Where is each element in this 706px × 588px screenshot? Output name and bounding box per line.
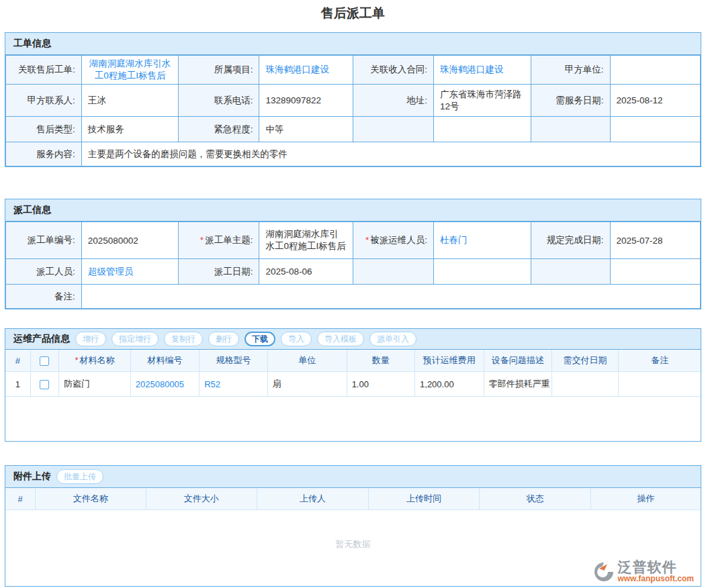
income-contract-link[interactable]: 珠海鹤港口建设: [440, 64, 504, 75]
watermark-url-text: www.fanpusoft.com: [617, 575, 694, 583]
delete-row-button[interactable]: 删行: [208, 332, 239, 346]
col-header-material-name: *材料名称: [59, 350, 131, 372]
cell-dispatcher: 超级管理员: [81, 259, 179, 285]
batch-upload-button[interactable]: 批量上传: [56, 469, 103, 484]
dispatch-table: 派工单编号: 2025080002 *派工单主题: 湖南洞庭湖水库引水工0程施工…: [5, 222, 701, 309]
empty-label-cell: [531, 117, 610, 142]
dispatch-section-title: 派工信息: [13, 204, 51, 216]
label-dispatch-subject: *派工单主题:: [179, 222, 259, 259]
cell-dispatch-no: 2025080002: [81, 222, 179, 259]
label-dispatcher: 派工人员:: [6, 259, 82, 285]
label-income-contract: 关联收入合同:: [353, 56, 433, 85]
empty-value-cell: [610, 259, 700, 285]
label-party-a-unit: 甲方单位:: [531, 56, 610, 85]
col-header-est-cost: 预计运维费用: [415, 350, 484, 372]
required-marker: *: [75, 355, 78, 365]
cell-address: 广东省珠海市菏泽路12号: [433, 85, 531, 117]
work-order-table: 关联售后工单: 湖南洞庭湖水库引水工0程施工I标售后 所属项目: 珠海鹤港口建设…: [5, 55, 701, 166]
related-work-order-link[interactable]: 湖南洞庭湖水库引水工0程施工I标售后: [89, 58, 171, 81]
cell-est-cost: 1,200.00: [415, 372, 484, 397]
material-no-link[interactable]: 2025080005: [136, 379, 184, 389]
spec-link[interactable]: R52: [204, 379, 220, 389]
empty-label-cell: [531, 259, 610, 285]
label-urgency: 紧急程度:: [179, 117, 259, 142]
add-row-button[interactable]: 增行: [75, 332, 106, 346]
label-related-work-order: 关联售后工单:: [6, 56, 82, 85]
row-checkbox[interactable]: [40, 380, 49, 389]
label-dispatch-date: 派工日期:: [179, 259, 259, 285]
cell-party-a-contact: 王冰: [81, 85, 179, 117]
label-address: 地址:: [353, 85, 433, 117]
cell-dispatch-date: 2025-08-06: [259, 259, 353, 285]
cell-related-work-order: 湖南洞庭湖水库引水工0程施工I标售后: [81, 56, 179, 85]
copy-row-button[interactable]: 复制行: [164, 332, 203, 346]
required-marker: *: [200, 235, 204, 245]
cell-phone: 13289097822: [259, 85, 353, 117]
work-order-section-header: 工单信息: [5, 33, 701, 55]
cell-urgency: 中等: [259, 117, 353, 142]
label-service-date: 需服务日期:: [531, 85, 610, 117]
label-service-content: 服务内容:: [6, 142, 82, 166]
label-remark: 备注:: [6, 285, 82, 309]
empty-value-cell: [610, 117, 700, 142]
cell-aftersales-type: 技术服务: [81, 117, 179, 142]
empty-state-text: 暂无数据: [5, 538, 701, 550]
row-select-cell: [30, 372, 58, 397]
col-header-unit: 单位: [267, 350, 347, 372]
col-header-select: [30, 350, 58, 372]
cell-delivery-date: [551, 372, 618, 397]
product-table-row: 1 防盗门 2025080005 R52 扇 1.00 1,200.00 零部件…: [5, 372, 701, 397]
label-party-a-contact: 甲方联系人:: [6, 85, 82, 117]
import-button[interactable]: 导入: [281, 332, 312, 346]
row-index: 1: [5, 372, 30, 397]
attachment-empty-body: 暂无数据 泛普软件 www.fanpusoft.com: [5, 510, 701, 586]
col-header-qty: 数量: [347, 350, 414, 372]
dispatcher-link[interactable]: 超级管理员: [88, 266, 134, 277]
empty-value-cell: [433, 259, 531, 285]
empty-label-cell: [353, 259, 433, 285]
select-all-checkbox[interactable]: [40, 356, 49, 366]
fanpu-logo-icon: [593, 561, 615, 583]
cell-remark: [619, 372, 701, 397]
cell-remark: [81, 285, 700, 309]
label-phone: 联系电话:: [179, 85, 259, 117]
cell-material-no: 2025080005: [130, 372, 199, 397]
cell-qty: 1.00: [347, 372, 414, 397]
col-header-file-size: 文件大小: [146, 488, 257, 510]
cell-issue-desc: 零部件损耗严重: [484, 372, 551, 397]
download-button[interactable]: 下载: [245, 332, 275, 346]
product-table: # *材料名称 材料编号 规格型号 单位 数量 预计运维费用 设备问题描述 需交…: [5, 350, 701, 397]
cell-unit: 扇: [267, 372, 347, 397]
section-product-info: 运维产品信息 增行 指定增行 复制行 删行 下载 导入 导入模板 源单引入 # …: [5, 328, 701, 442]
cell-spec: R52: [200, 372, 267, 397]
label-aftersales-type: 售后类型:: [6, 117, 82, 142]
cell-service-content: 主要是两个设备的磨损问题，需要更换相关的零件: [81, 142, 700, 166]
cell-material-name: 防盗门: [59, 372, 131, 397]
brand-watermark: 泛普软件 www.fanpusoft.com: [593, 560, 694, 583]
label-assigned-staff: *被派运维人员:: [353, 222, 433, 259]
cell-service-date: 2025-08-12: [610, 85, 700, 117]
col-header-index: #: [5, 488, 36, 510]
project-link[interactable]: 珠海鹤港口建设: [265, 64, 329, 75]
cell-deadline: 2025-07-28: [610, 222, 700, 259]
assigned-staff-link[interactable]: 杜春门: [440, 235, 468, 245]
page-title: 售后派工单: [0, 0, 706, 32]
label-dispatch-no: 派工单编号:: [6, 222, 82, 259]
label-project: 所属项目:: [179, 56, 259, 85]
empty-label-cell: [353, 117, 433, 142]
cell-dispatch-subject: 湖南洞庭湖水库引水工0程施工I标售后: [259, 222, 353, 259]
import-template-button[interactable]: 导入模板: [317, 332, 364, 346]
product-section-header: 运维产品信息 增行 指定增行 复制行 删行 下载 导入 导入模板 源单引入: [5, 329, 701, 350]
col-header-delivery-date: 需交付日期: [551, 350, 618, 372]
attachment-section-title: 附件上传: [13, 471, 51, 483]
required-marker: *: [365, 235, 369, 245]
product-table-empty-space: [5, 397, 701, 441]
source-order-import-button[interactable]: 源单引入: [369, 332, 416, 346]
dispatch-section-header: 派工信息: [5, 199, 701, 222]
cell-income-contract: 珠海鹤港口建设: [433, 56, 531, 85]
col-header-upload-time: 上传时间: [368, 488, 480, 510]
section-work-order-info: 工单信息 关联售后工单: 湖南洞庭湖水库引水工0程施工I标售后 所属项目: 珠海…: [5, 32, 701, 167]
col-header-issue-desc: 设备问题描述: [484, 350, 551, 372]
work-order-section-title: 工单信息: [13, 38, 51, 50]
insert-row-at-button[interactable]: 指定增行: [112, 332, 159, 346]
